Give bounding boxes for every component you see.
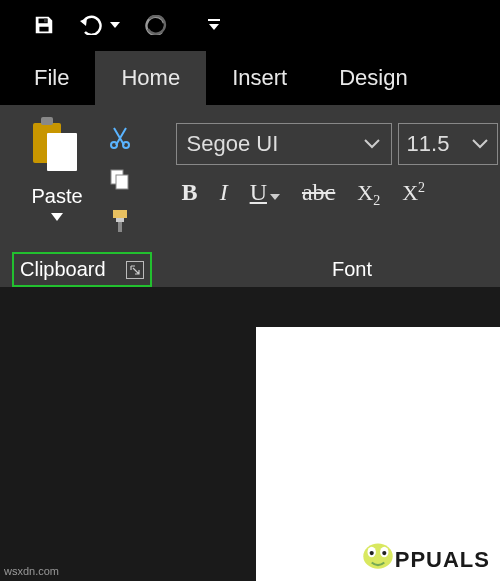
undo-button[interactable] — [78, 11, 106, 39]
svg-point-3 — [123, 142, 129, 148]
tab-home[interactable]: Home — [95, 51, 206, 105]
strikethrough-button[interactable]: abc — [302, 179, 335, 206]
paste-button[interactable]: Paste — [31, 115, 82, 208]
italic-button[interactable]: I — [220, 179, 228, 206]
attribution: wsxdn.com — [4, 565, 59, 577]
font-size-value: 11.5 — [407, 131, 450, 157]
paste-label: Paste — [31, 185, 82, 208]
customize-qat-button[interactable] — [200, 11, 228, 39]
svg-point-12 — [369, 551, 373, 555]
clipboard-dialog-launcher[interactable] — [126, 261, 144, 279]
underline-button[interactable]: U — [250, 179, 280, 206]
font-family-combobox[interactable]: Segoe UI — [176, 123, 392, 165]
svg-rect-8 — [118, 222, 122, 232]
underline-label: U — [250, 179, 267, 206]
clipboard-label-text: Clipboard — [20, 258, 106, 281]
superscript-base: X — [402, 180, 418, 205]
redo-button[interactable] — [142, 11, 170, 39]
group-clipboard: Paste Clipboard — [6, 111, 158, 287]
subscript-base: X — [357, 180, 373, 205]
chevron-down-icon — [471, 138, 489, 150]
watermark-text: PPUALS — [395, 547, 490, 573]
copy-button[interactable] — [104, 163, 136, 195]
format-painter-button[interactable] — [104, 205, 136, 237]
undo-dropdown[interactable] — [108, 11, 122, 39]
svg-rect-1 — [208, 19, 220, 21]
group-font: Segoe UI 11.5 A B I U — [170, 111, 500, 287]
paste-icon — [33, 119, 81, 177]
save-button[interactable] — [30, 11, 58, 39]
superscript-sup: 2 — [418, 180, 425, 195]
superscript-button[interactable]: X2 — [402, 180, 425, 206]
tab-insert[interactable]: Insert — [206, 51, 313, 105]
cut-button[interactable] — [104, 121, 136, 153]
svg-rect-7 — [116, 218, 124, 222]
svg-rect-0 — [44, 19, 47, 23]
tab-design[interactable]: Design — [313, 51, 433, 105]
undo-group — [78, 11, 122, 39]
font-family-value: Segoe UI — [187, 131, 279, 157]
bold-button[interactable]: B — [182, 179, 198, 206]
paste-dropdown[interactable] — [51, 210, 63, 224]
subscript-button[interactable]: X2 — [357, 180, 380, 209]
watermark: PPUALS — [357, 531, 490, 573]
font-size-combobox[interactable]: 11.5 — [398, 123, 498, 165]
subscript-sub: 2 — [373, 193, 380, 208]
chevron-down-icon — [363, 138, 381, 150]
svg-rect-6 — [113, 210, 127, 218]
ribbon-tabs: File Home Insert Design — [0, 50, 500, 105]
svg-point-13 — [382, 551, 386, 555]
tab-file[interactable]: File — [8, 51, 95, 105]
quick-access-toolbar — [0, 0, 500, 50]
group-label-font: Font — [176, 252, 500, 287]
ribbon: Paste Clipboard — [0, 105, 500, 287]
underline-dropdown[interactable] — [270, 190, 280, 202]
mascot-icon — [357, 531, 399, 573]
svg-rect-5 — [116, 175, 128, 189]
font-label-text: Font — [332, 258, 372, 281]
svg-point-2 — [111, 142, 117, 148]
group-label-clipboard: Clipboard — [12, 252, 152, 287]
